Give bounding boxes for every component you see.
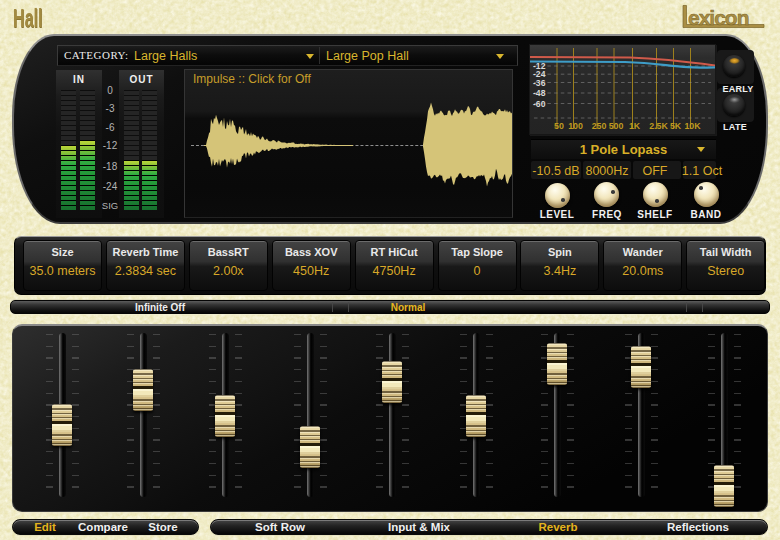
svg-text:1K: 1K [629,121,641,131]
svg-text:-36: -36 [533,78,546,88]
svg-text:10K: 10K [684,121,701,131]
svg-text:-48: -48 [533,88,546,98]
svg-text:exicon: exicon [688,6,749,29]
svg-text:250: 250 [592,121,607,131]
svg-text:100: 100 [568,121,583,131]
svg-text:2.5K: 2.5K [649,121,668,131]
svg-text:500: 500 [609,121,624,131]
svg-text:5K: 5K [670,121,682,131]
svg-text:-60: -60 [533,99,546,109]
svg-text:50: 50 [554,121,564,131]
